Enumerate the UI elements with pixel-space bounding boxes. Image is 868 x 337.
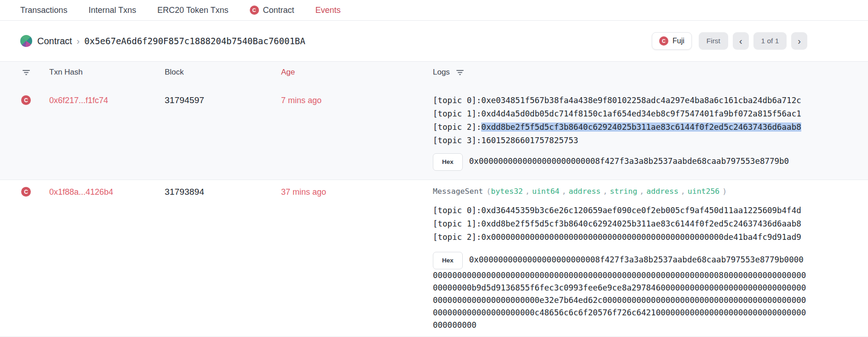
topic-value: 0xd4d4a5d0db05dc714f8150c1af654ed34eb8c9… — [481, 109, 801, 118]
pagination-next-button[interactable]: › — [791, 32, 807, 50]
logs-filter-icon[interactable] — [455, 68, 465, 76]
log-data-row: Hex0x0000000000000000000000008f427f3a3a8… — [433, 153, 808, 171]
comma: , — [639, 187, 644, 196]
tab-bar: Transactions Internal Txns ERC20 Token T… — [0, 0, 868, 21]
contract-call-c-icon: C — [21, 187, 31, 197]
column-header-block: Block — [165, 68, 281, 77]
topic-value: 0xd36445359b3c6e26c120659aef090ce0f2eb00… — [481, 206, 801, 215]
age-text: 7 mins ago — [281, 95, 433, 105]
column-header-age[interactable]: Age — [281, 68, 433, 77]
contract-c-icon: C — [250, 6, 259, 15]
event-signature: MessageSent(bytes32,uint64,address,strin… — [433, 186, 808, 197]
log-data-row: Hex0x0000000000000000000000008f427f3a3a8… — [433, 252, 808, 331]
txn-hash-link[interactable]: 0x6f217...f1fc74 — [49, 95, 108, 105]
column-header-txn-hash: Txn Hash — [49, 68, 165, 77]
tab-events[interactable]: Events — [316, 6, 341, 15]
tab-contract-label: Contract — [263, 6, 294, 15]
logs-cell: [topic 0]:0xe034851f567b38fa4a438e9f8010… — [433, 94, 808, 171]
contract-call-c-icon: C — [21, 95, 31, 105]
log-topic: [topic 2]:0xdd8be2f5f5d5cf3b8640c6292402… — [433, 121, 808, 134]
paren-close: ) — [722, 187, 727, 196]
comma: , — [681, 187, 685, 196]
tab-erc20-token-txns[interactable]: ERC20 Token Txns — [157, 6, 228, 15]
hex-toggle-button[interactable]: Hex — [433, 252, 463, 269]
fuji-network-icon: C — [659, 36, 668, 46]
log-topic: [topic 2]:0x0000000000000000000000000000… — [433, 231, 808, 244]
hex-toggle-button[interactable]: Hex — [433, 153, 463, 171]
tab-internal-txns[interactable]: Internal Txns — [88, 6, 136, 15]
table-header: Txn Hash Block Age Logs — [0, 62, 868, 82]
header-actions: C Fuji First ‹ 1 of 1 › — [652, 32, 807, 50]
breadcrumb-root[interactable]: Contract — [37, 36, 72, 46]
topic-label: [topic 3]: — [433, 136, 481, 145]
topic-label: [topic 0]: — [433, 96, 481, 105]
contract-header: Contract › 0x5e67eA6d6f290F857c1888204b7… — [0, 21, 868, 62]
comma: , — [525, 187, 530, 196]
block-number: 31794597 — [165, 95, 281, 105]
network-label: Fuji — [673, 37, 684, 45]
filter-icon[interactable] — [21, 68, 31, 76]
block-number: 31793894 — [165, 187, 281, 197]
events-page: Transactions Internal Txns ERC20 Token T… — [0, 0, 868, 337]
pagination-prev-button[interactable]: ‹ — [733, 32, 749, 50]
topic-value: 0xe034851f567b38fa4a438e9f80102258adc4a2… — [481, 96, 801, 105]
log-topic: [topic 1]:0xd4d4a5d0db05dc714f8150c1af65… — [433, 107, 808, 121]
topic-label: [topic 1]: — [433, 219, 481, 228]
event-param-type[interactable]: uint64 — [532, 187, 560, 196]
comma: , — [603, 187, 608, 196]
tab-transactions[interactable]: Transactions — [20, 6, 67, 15]
topic-label: [topic 2]: — [433, 122, 481, 132]
topic-label: [topic 2]: — [433, 232, 481, 242]
log-topic: [topic 0]:0xd36445359b3c6e26c120659aef09… — [433, 204, 808, 217]
event-param-type[interactable]: string — [610, 187, 638, 196]
log-topic: [topic 0]:0xe034851f567b38fa4a438e9f8010… — [433, 94, 808, 107]
event-row: C 0x1f88a...4126b4 31793894 37 mins ago … — [0, 180, 868, 337]
tab-contract[interactable]: C Contract — [250, 6, 294, 15]
column-header-logs: Logs — [433, 68, 450, 77]
topic-value-selected: 0xdd8be2f5f5d5cf3b8640c62924025b311ae83c… — [481, 122, 801, 132]
network-selector-button[interactable]: C Fuji — [652, 32, 692, 50]
age-text: 37 mins ago — [281, 187, 433, 197]
event-param-type[interactable]: address — [569, 187, 601, 196]
event-row: C 0x6f217...f1fc74 31794597 7 mins ago [… — [0, 82, 868, 180]
paren-open: ( — [486, 187, 491, 196]
event-param-type[interactable]: uint256 — [688, 187, 720, 196]
event-name: MessageSent — [433, 187, 483, 196]
contract-address: 0x5e67eA6d6f290F857c1888204b7540Bac76001… — [84, 36, 305, 46]
comma: , — [562, 187, 566, 196]
log-data-hex: 0x0000000000000000000000008f427f3a3a8b25… — [469, 157, 789, 166]
topic-value: 0x00000000000000000000000000000000000000… — [481, 232, 801, 242]
logs-cell: MessageSent(bytes32,uint64,address,strin… — [433, 186, 808, 331]
topic-value: 16015286601757825753 — [481, 136, 578, 145]
event-param-type[interactable]: bytes32 — [491, 187, 523, 196]
breadcrumb-separator-icon: › — [77, 36, 80, 46]
log-topic: [topic 3]:16015286601757825753 — [433, 134, 808, 147]
contract-identicon-icon — [20, 35, 32, 47]
topic-value: 0xdd8be2f5f5d5cf3b8640c62924025b311ae83c… — [481, 219, 801, 228]
event-param-type[interactable]: address — [646, 187, 678, 196]
topic-label: [topic 0]: — [433, 206, 481, 215]
log-topic: [topic 1]:0xdd8be2f5f5d5cf3b8640c6292402… — [433, 217, 808, 231]
log-data-hex: 0x0000000000000000000000008f427f3a3a8b25… — [433, 255, 806, 330]
pagination-page-indicator: 1 of 1 — [753, 32, 787, 50]
breadcrumb: Contract › 0x5e67eA6d6f290F857c1888204b7… — [20, 35, 305, 47]
pagination-first-button[interactable]: First — [699, 32, 728, 50]
topic-label: [topic 1]: — [433, 109, 481, 118]
txn-hash-link[interactable]: 0x1f88a...4126b4 — [49, 187, 113, 197]
